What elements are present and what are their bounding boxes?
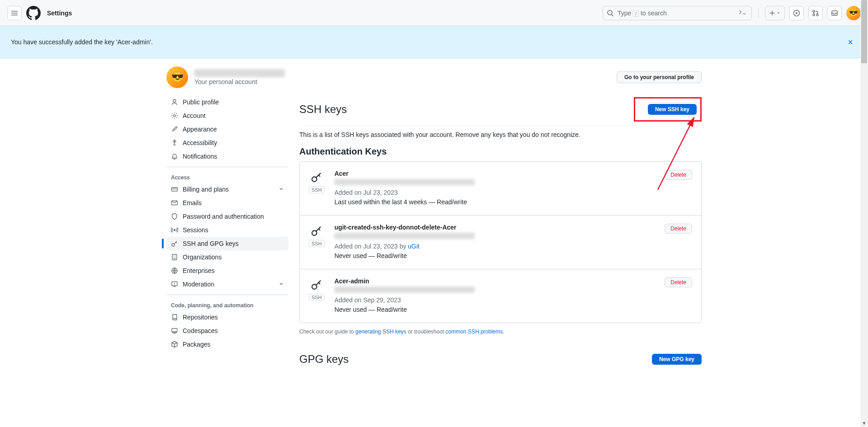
sidebar-item-account[interactable]: Account [166,109,288,122]
key-added: Added on Jul 23, 2023 by uGit [335,242,655,251]
chevron-down-icon [278,281,284,288]
profile-username [194,69,285,77]
hamburger-menu-button[interactable] [7,6,22,20]
sidebar-item-codespaces[interactable]: Codespaces [166,324,288,338]
go-to-profile-button[interactable]: Go to your personal profile [617,71,702,83]
organization-icon [171,253,178,261]
notifications-button[interactable] [827,6,842,20]
create-new-button[interactable] [765,6,785,20]
sidebar-item-billing[interactable]: Billing and plans [166,183,288,196]
key-name: Acer [335,170,655,177]
settings-sidebar: Public profile Account Appearance Access… [166,92,288,393]
svg-point-7 [174,115,175,117]
svg-point-4 [813,14,815,16]
globe-icon [171,267,178,274]
codespaces-icon [171,327,178,334]
search-icon [607,9,614,17]
broadcast-icon [171,226,178,234]
svg-point-5 [816,14,818,16]
ssh-keys-list: SSH Acer Added on Jul 23, 2023 Last used… [299,161,702,323]
paintbrush-icon [171,126,178,133]
sidebar-item-accessibility[interactable]: Accessibility [166,136,288,150]
github-logo[interactable] [26,6,41,20]
main-content: SSH keys New SSH key This is a list of S… [299,92,702,393]
ssh-badge: SSH [309,294,325,301]
svg-rect-13 [172,254,177,260]
common-ssh-problems-link[interactable]: common SSH problems [446,328,503,335]
shield-icon [171,213,178,220]
key-fingerprint [335,179,475,185]
ssh-description: This is a list of SSH keys associated wi… [299,131,702,138]
ssh-section-title: SSH keys [299,103,347,116]
new-ssh-key-button[interactable]: New SSH key [648,104,697,115]
svg-point-0 [608,10,612,15]
credit-card-icon [171,186,178,193]
search-input[interactable]: Type / to search [603,6,752,20]
divider [758,9,759,18]
sidebar-item-sessions[interactable]: Sessions [166,223,288,237]
topbar: Settings Type / to search 😎 [0,0,868,26]
package-icon [171,341,178,348]
sidebar-item-password[interactable]: Password and authentication [166,210,288,223]
sidebar-item-moderation[interactable]: Moderation [166,277,288,291]
svg-point-2 [796,12,797,14]
plus-icon [769,10,775,16]
svg-point-6 [173,99,176,102]
ssh-key-item: SSH Acer Added on Jul 23, 2023 Last used… [300,162,701,216]
issues-button[interactable] [789,6,804,20]
issues-icon [793,9,800,17]
profile-subtitle: Your personal account [194,78,285,85]
sidebar-item-enterprises[interactable]: Enterprises [166,264,288,277]
sidebar-item-public-profile[interactable]: Public profile [166,95,288,109]
svg-point-3 [813,10,815,12]
gear-icon [171,112,178,119]
user-avatar[interactable]: 😎 [846,6,861,20]
scrollbar-thumb[interactable] [861,0,867,63]
new-gpg-key-button[interactable]: New GPG key [652,354,702,365]
flash-message: You have successfully added the key 'Ace… [11,38,153,46]
bell-icon [171,153,178,160]
key-added: Added on Sep 29, 2023 [335,296,655,305]
auth-keys-title: Authentication Keys [299,146,702,157]
chevron-down-icon [278,186,284,193]
sidebar-item-packages[interactable]: Packages [166,338,288,351]
ssh-key-item: SSH Acer-admin Added on Sep 29, 2023 Nev… [300,269,701,323]
key-icon [310,171,323,183]
ugit-link[interactable]: uGit [408,243,420,250]
svg-rect-9 [172,188,178,191]
key-icon [310,225,323,237]
pull-requests-button[interactable] [808,6,823,20]
svg-rect-16 [172,328,177,332]
sidebar-header-access: Access [166,171,288,183]
key-usage: Last used within the last 4 weeks — Read… [335,197,655,207]
flash-close-button[interactable]: × [844,35,857,49]
key-name: Acer-admin [335,277,655,285]
success-flash: You have successfully added the key 'Ace… [0,26,868,58]
key-fingerprint [335,286,475,293]
sidebar-item-repositories[interactable]: Repositories [166,310,288,324]
sidebar-item-organizations[interactable]: Organizations [166,250,288,264]
profile-avatar[interactable]: 😎 [166,66,188,88]
inbox-icon [831,9,838,17]
delete-key-button[interactable]: Delete [665,170,692,180]
delete-key-button[interactable]: Delete [665,224,692,234]
generating-ssh-keys-link[interactable]: generating SSH keys [355,328,406,335]
sidebar-item-notifications[interactable]: Notifications [166,150,288,163]
repo-icon [171,314,178,321]
ssh-key-item: SSH ugit-created-ssh-key-donnot-delete-A… [300,216,701,269]
delete-key-button[interactable]: Delete [665,277,692,287]
annotation-highlight: New SSH key [634,97,702,122]
sidebar-item-emails[interactable]: Emails [166,196,288,210]
report-icon [171,281,178,288]
search-placeholder: Type / to search [618,9,735,17]
mail-icon [171,199,178,206]
scrollbar[interactable]: ▲ ▼ [860,0,868,393]
hamburger-icon [11,9,18,17]
page-title: Settings [47,9,72,17]
ssh-badge: SSH [309,186,325,193]
key-fingerprint [335,233,475,239]
key-name: ugit-created-ssh-key-donnot-delete-Acer [335,224,655,231]
sidebar-item-appearance[interactable]: Appearance [166,122,288,136]
sidebar-item-ssh-gpg[interactable]: SSH and GPG keys [166,237,288,250]
ssh-badge: SSH [309,240,325,247]
